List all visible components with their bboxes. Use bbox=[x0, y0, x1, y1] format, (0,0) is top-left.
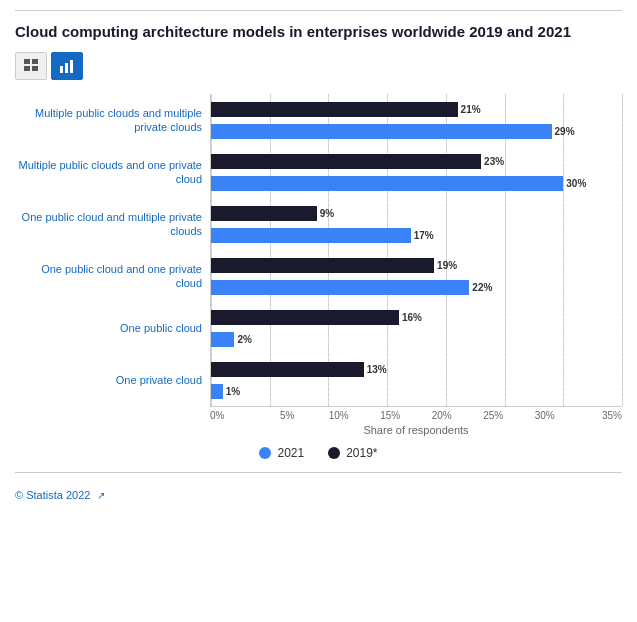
y-axis-label-1: Multiple public clouds and one private c… bbox=[15, 146, 202, 198]
bar-row-2019-4: 16% bbox=[211, 308, 622, 326]
table-view-button[interactable] bbox=[15, 52, 47, 80]
bar-row-2019-1: 23% bbox=[211, 152, 622, 170]
bar-row-2021-1: 30% bbox=[211, 174, 622, 192]
bar-2021-4 bbox=[211, 332, 234, 347]
chart-title: Cloud computing architecture models in e… bbox=[15, 21, 622, 42]
bar-label-2019-0: 21% bbox=[461, 104, 481, 115]
bar-2019-5 bbox=[211, 362, 364, 377]
legend-item-0: 2021 bbox=[259, 446, 304, 460]
svg-rect-0 bbox=[24, 59, 30, 64]
svg-rect-1 bbox=[32, 59, 38, 64]
svg-rect-5 bbox=[65, 63, 68, 73]
legend-dot-0 bbox=[259, 447, 271, 459]
bars-area: 21%29%23%30%9%17%19%22%16%2%13%1% bbox=[210, 94, 622, 406]
bar-row-2021-3: 22% bbox=[211, 278, 622, 296]
x-tick: 0% bbox=[210, 410, 262, 421]
bar-label-2019-5: 13% bbox=[367, 364, 387, 375]
footer: © Statista 2022 ↗ bbox=[15, 489, 622, 501]
x-tick: 35% bbox=[571, 410, 623, 421]
bar-2021-3 bbox=[211, 280, 469, 295]
bar-row-2021-4: 2% bbox=[211, 330, 622, 348]
toolbar bbox=[15, 52, 622, 80]
bar-row-2019-0: 21% bbox=[211, 100, 622, 118]
bar-2021-5 bbox=[211, 384, 223, 399]
chart-view-button[interactable] bbox=[51, 52, 83, 80]
bar-2021-2 bbox=[211, 228, 411, 243]
bar-label-2021-4: 2% bbox=[237, 334, 251, 345]
copyright-text: © Statista 2022 bbox=[15, 489, 90, 501]
bar-row-2019-3: 19% bbox=[211, 256, 622, 274]
bar-row-2019-2: 9% bbox=[211, 204, 622, 222]
bar-group-3: 19%22% bbox=[211, 250, 622, 302]
x-tick: 30% bbox=[519, 410, 571, 421]
chart-area: Multiple public clouds and multiple priv… bbox=[15, 94, 622, 436]
svg-rect-2 bbox=[24, 66, 30, 71]
svg-rect-4 bbox=[60, 66, 63, 73]
legend-label-1: 2019* bbox=[346, 446, 377, 460]
bar-label-2021-2: 17% bbox=[414, 230, 434, 241]
bar-group-0: 21%29% bbox=[211, 94, 622, 146]
bar-row-2021-5: 1% bbox=[211, 382, 622, 400]
bar-label-2019-1: 23% bbox=[484, 156, 504, 167]
legend-label-0: 2021 bbox=[277, 446, 304, 460]
legend-dot-1 bbox=[328, 447, 340, 459]
external-link-icon[interactable]: ↗ bbox=[97, 490, 105, 501]
y-axis-labels: Multiple public clouds and multiple priv… bbox=[15, 94, 210, 406]
x-tick: 5% bbox=[262, 410, 314, 421]
bar-2019-0 bbox=[211, 102, 458, 117]
x-tick: 25% bbox=[468, 410, 520, 421]
y-axis-label-3: One public cloud and one private cloud bbox=[15, 250, 202, 302]
svg-rect-3 bbox=[32, 66, 38, 71]
bar-label-2019-3: 19% bbox=[437, 260, 457, 271]
chart-container: Multiple public clouds and multiple priv… bbox=[15, 94, 622, 406]
y-axis-label-5: One private cloud bbox=[15, 354, 202, 406]
bar-group-5: 13%1% bbox=[211, 354, 622, 406]
bar-label-2021-1: 30% bbox=[566, 178, 586, 189]
y-axis-label-2: One public cloud and multiple private cl… bbox=[15, 198, 202, 250]
x-tick: 15% bbox=[365, 410, 417, 421]
bar-2019-1 bbox=[211, 154, 481, 169]
bar-label-2021-3: 22% bbox=[472, 282, 492, 293]
bar-label-2019-4: 16% bbox=[402, 312, 422, 323]
bar-label-2021-0: 29% bbox=[555, 126, 575, 137]
x-tick: 10% bbox=[313, 410, 365, 421]
bar-label-2019-2: 9% bbox=[320, 208, 334, 219]
x-axis-label: Share of respondents bbox=[210, 424, 622, 436]
y-axis-label-0: Multiple public clouds and multiple priv… bbox=[15, 94, 202, 146]
bar-2021-1 bbox=[211, 176, 563, 191]
svg-rect-6 bbox=[70, 60, 73, 73]
bar-group-2: 9%17% bbox=[211, 198, 622, 250]
bar-row-2021-0: 29% bbox=[211, 122, 622, 140]
bar-2019-3 bbox=[211, 258, 434, 273]
bar-group-4: 16%2% bbox=[211, 302, 622, 354]
bar-group-1: 23%30% bbox=[211, 146, 622, 198]
bar-row-2019-5: 13% bbox=[211, 360, 622, 378]
legend: 20212019* bbox=[15, 446, 622, 460]
x-axis: 0%5%10%15%20%25%30%35% Share of responde… bbox=[210, 406, 622, 436]
y-axis-label-4: One public cloud bbox=[15, 302, 202, 354]
legend-item-1: 2019* bbox=[328, 446, 377, 460]
bar-row-2021-2: 17% bbox=[211, 226, 622, 244]
bar-2019-2 bbox=[211, 206, 317, 221]
bar-2019-4 bbox=[211, 310, 399, 325]
bar-2021-0 bbox=[211, 124, 552, 139]
bar-label-2021-5: 1% bbox=[226, 386, 240, 397]
x-tick: 20% bbox=[416, 410, 468, 421]
